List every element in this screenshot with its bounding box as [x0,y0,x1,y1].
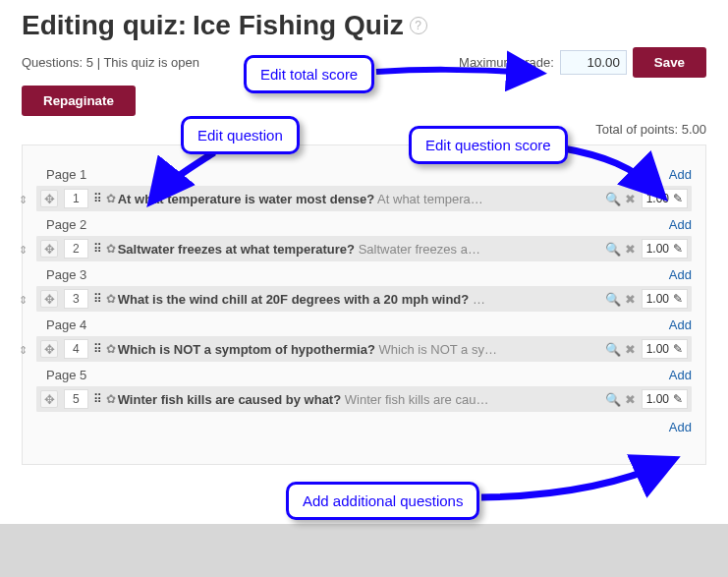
add-link[interactable]: Add [669,217,692,232]
save-button[interactable]: Save [633,47,706,78]
question-tail: Winter fish kills are cau… [345,392,489,407]
delete-icon[interactable]: ✖ [625,192,636,206]
preview-icon[interactable]: 🔍 [605,292,621,307]
delete-icon[interactable]: ✖ [625,242,636,257]
open-status: This quiz is open [103,55,199,70]
question-type-icon [92,293,104,305]
question-title: Which is NOT a symptom of hypothermia? [118,342,375,357]
question-row: ⇕ ✥ 3 ✿ What is the wind chill at 20F de… [36,286,692,312]
preview-icon[interactable]: 🔍 [605,192,621,206]
page-label: Page 3 [46,267,86,282]
question-row: ⇕ ✥ 4 ✿ Which is NOT a symptom of hypoth… [36,336,692,362]
question-tail: … [473,292,485,307]
preview-icon[interactable]: 🔍 [605,242,621,257]
max-grade-input[interactable] [560,50,627,75]
question-type-icon [92,193,104,204]
question-number: 2 [64,239,88,259]
callout-add-questions: Add additional questions [286,482,479,520]
score-value: 1.00 [646,242,669,256]
score-box: 1.00 ✎ [642,239,688,259]
title-prefix: Editing quiz: [22,10,187,41]
question-text[interactable]: Winter fish kills are caused by what? Wi… [118,392,599,407]
score-box: 1.00 ✎ [642,289,688,309]
preview-icon[interactable]: 🔍 [605,392,621,407]
question-title: At what temperature is water most dense? [118,192,375,206]
pencil-icon[interactable]: ✎ [673,292,683,306]
page-label: Page 4 [46,317,86,332]
question-text[interactable]: Saltwater freezes at what temperature? S… [118,242,599,257]
preview-icon[interactable]: 🔍 [605,342,621,357]
repaginate-button[interactable]: Repaginate [22,86,136,116]
question-count: Questions: 5 [22,55,93,70]
help-icon[interactable]: ? [410,17,427,34]
question-title: What is the wind chill at 20F degrees wi… [118,292,470,307]
question-text[interactable]: What is the wind chill at 20F degrees wi… [118,292,599,307]
question-tail: Saltwater freezes a… [359,242,480,257]
question-row: ✥ 5 ✿ Winter fish kills are caused by wh… [36,386,692,412]
question-number: 1 [64,189,88,208]
page-break-icon[interactable]: ⇕ [19,194,28,206]
page-label: Page 1 [46,167,86,182]
add-link[interactable]: Add [669,167,692,182]
pencil-icon[interactable]: ✎ [673,342,683,356]
question-type-icon [92,243,104,255]
max-grade-label: Maximum grade: [459,55,554,70]
quiz-name: Ice Fishing Quiz [193,10,404,41]
question-tail: Which is NOT a sy… [379,342,497,357]
score-box: 1.00 ✎ [642,189,688,208]
score-value: 1.00 [646,342,669,356]
score-value: 1.00 [646,192,669,205]
move-handle-icon[interactable]: ✥ [40,290,58,308]
page-title: Editing quiz: Ice Fishing Quiz ? [22,10,706,41]
question-row: ⇕ ✥ 1 ✿ At what temperature is water mos… [36,186,692,211]
move-handle-icon[interactable]: ✥ [40,340,58,358]
score-value: 1.00 [646,292,669,306]
add-link-final[interactable]: Add [669,420,692,434]
delete-icon[interactable]: ✖ [625,292,636,307]
gear-icon[interactable]: ✿ [106,342,116,356]
add-link[interactable]: Add [669,317,692,332]
question-number: 4 [64,339,88,359]
footer-bar [0,524,728,577]
question-row: ⇕ ✥ 2 ✿ Saltwater freezes at what temper… [36,236,692,261]
pencil-icon[interactable]: ✎ [673,192,683,205]
top-row: Questions: 5 | This quiz is open Maximum… [22,47,706,78]
move-handle-icon[interactable]: ✥ [40,390,58,408]
pencil-icon[interactable]: ✎ [673,242,683,256]
question-type-icon [92,343,104,355]
question-summary: Questions: 5 | This quiz is open [22,55,199,70]
move-handle-icon[interactable]: ✥ [40,190,58,207]
move-handle-icon[interactable]: ✥ [40,240,58,258]
gear-icon[interactable]: ✿ [106,392,116,406]
pencil-icon[interactable]: ✎ [673,392,683,406]
page-break-icon[interactable]: ⇕ [19,294,28,307]
total-points: Total of points: 5.00 [22,122,706,137]
page-break-icon[interactable]: ⇕ [19,344,28,357]
gear-icon[interactable]: ✿ [106,242,116,256]
score-box: 1.00 ✎ [642,389,688,409]
gear-icon[interactable]: ✿ [106,192,116,205]
question-tail: At what tempera… [377,192,483,206]
delete-icon[interactable]: ✖ [625,392,636,407]
page-label: Page 5 [46,368,86,382]
question-title: Winter fish kills are caused by what? [118,392,341,407]
add-link[interactable]: Add [669,368,692,382]
question-type-icon [92,393,104,405]
page-label: Page 2 [46,217,86,232]
page-break-icon[interactable]: ⇕ [19,244,28,257]
question-panel: Page 1 Add ⇕ ✥ 1 ✿ At what temperature i… [22,144,706,465]
question-text[interactable]: At what temperature is water most dense?… [118,192,599,206]
question-title: Saltwater freezes at what temperature? [118,242,355,257]
question-number: 5 [64,389,88,409]
gear-icon[interactable]: ✿ [106,292,116,306]
score-box: 1.00 ✎ [642,339,688,359]
score-value: 1.00 [646,392,669,406]
delete-icon[interactable]: ✖ [625,342,636,357]
add-link[interactable]: Add [669,267,692,282]
question-number: 3 [64,289,88,309]
question-text[interactable]: Which is NOT a symptom of hypothermia? W… [118,342,599,357]
